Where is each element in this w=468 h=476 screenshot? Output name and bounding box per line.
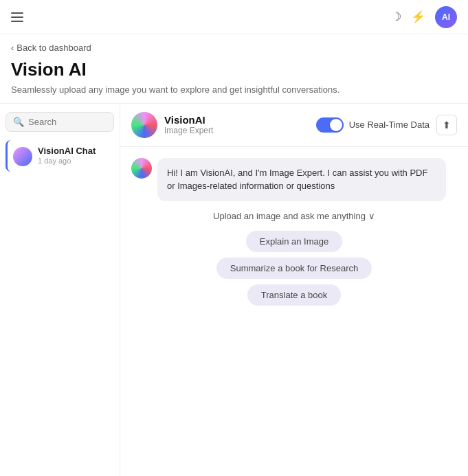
back-chevron-icon: ‹ — [11, 43, 14, 53]
share-icon: ⬆ — [443, 120, 451, 131]
dark-mode-button[interactable]: ☽ — [391, 10, 401, 24]
sidebar-item-name: VisionAI Chat — [38, 146, 96, 156]
back-link-label: Back to dashboard — [16, 43, 91, 53]
suggestion-translate[interactable]: Translate a book — [247, 284, 341, 306]
bolt-button[interactable]: ⚡ — [411, 10, 425, 24]
page-header: Vision AI Seamlessly upload any image yo… — [0, 56, 468, 103]
sidebar: 🔍 VisionAI Chat 1 day ago — [0, 104, 120, 476]
message-bubble: Hi! I am VisionAI, and I'm Image Expert.… — [157, 158, 446, 201]
topnav-right: ☽ ⚡ AI — [391, 6, 457, 28]
chat-identity: VisionAI Image Expert — [164, 114, 213, 135]
chat-body: Hi! I am VisionAI, and I'm Image Expert.… — [120, 147, 468, 476]
topnav-left — [11, 12, 23, 22]
suggestion-explain[interactable]: Explain an Image — [246, 231, 342, 252]
sidebar-item-text: VisionAI Chat 1 day ago — [38, 146, 96, 165]
chat-name: VisionAI — [164, 114, 213, 126]
sidebar-item-visionai[interactable]: VisionAI Chat 1 day ago — [5, 140, 114, 172]
page-subtitle: Seamlessly upload any image you want to … — [11, 84, 457, 95]
real-time-label: Use Real-Time Data — [349, 120, 430, 130]
chat-header-right: Use Real-Time Data ⬆ — [316, 115, 457, 135]
suggestion-summarize[interactable]: Summarize a book for Research — [216, 258, 372, 279]
upload-prompt[interactable]: Upload an image and ask me anything ∨ — [213, 211, 375, 221]
chat-header: VisionAI Image Expert Use Real-Time Data… — [120, 104, 468, 147]
main-layout: 🔍 VisionAI Chat 1 day ago VisionAI Image… — [0, 104, 468, 476]
chat-header-left: VisionAI Image Expert — [131, 112, 213, 138]
message-row: Hi! I am VisionAI, and I'm Image Expert.… — [131, 158, 457, 201]
toggle-wrap: Use Real-Time Data — [316, 117, 430, 133]
suggestions: Explain an Image Summarize a book for Re… — [216, 231, 372, 306]
chat-role: Image Expert — [164, 126, 213, 135]
upload-prompt-text: Upload an image and ask me anything — [213, 211, 366, 221]
sidebar-item-time: 1 day ago — [38, 157, 96, 165]
toggle-thumb — [330, 119, 342, 131]
share-button[interactable]: ⬆ — [436, 115, 457, 135]
message-avatar — [131, 158, 152, 179]
chat-avatar — [131, 112, 157, 138]
chevron-down-icon: ∨ — [368, 211, 375, 221]
search-input[interactable] — [28, 117, 107, 127]
sidebar-item-avatar — [13, 147, 32, 166]
avatar-button[interactable]: AI — [435, 6, 457, 28]
page-title: Vision AI — [11, 58, 457, 82]
menu-icon[interactable] — [11, 12, 23, 22]
search-box[interactable]: 🔍 — [5, 112, 114, 132]
real-time-toggle[interactable] — [316, 117, 344, 133]
search-icon: 🔍 — [13, 117, 24, 127]
chat-panel: VisionAI Image Expert Use Real-Time Data… — [120, 104, 468, 476]
topnav: ☽ ⚡ AI — [0, 0, 468, 34]
back-link[interactable]: ‹ Back to dashboard — [0, 34, 468, 56]
